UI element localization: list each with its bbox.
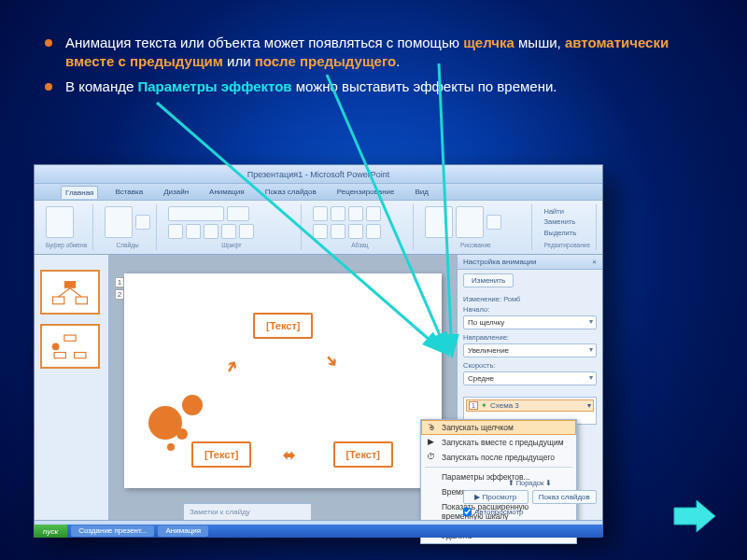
outline-nums: 1 2 — [115, 277, 124, 300]
ribbon-group-paragraph: Абзац — [307, 204, 415, 250]
tab-slideshow[interactable]: Показ слайдов — [261, 186, 320, 198]
preview-button[interactable]: ▶ Просмотр — [463, 490, 529, 504]
bullet-1-hl-click: щелчка — [463, 35, 514, 50]
tab-view[interactable]: Вид — [412, 186, 432, 198]
close-icon[interactable]: × — [592, 258, 597, 266]
slide-thumb-1[interactable] — [40, 270, 100, 315]
tab-insert[interactable]: Вставка — [111, 186, 147, 198]
taskbar-item[interactable]: Создание презент... — [71, 525, 154, 537]
smartart-node-bl[interactable]: [Текст] — [191, 441, 251, 468]
effect-list-item[interactable]: 1✦ Схема 3 ▾ — [466, 399, 594, 412]
play-icon: ▶ — [425, 437, 436, 448]
ribbon-group-slides: Слайды — [99, 204, 157, 250]
thumbnail-panel — [35, 255, 109, 520]
find-button[interactable]: Найти — [543, 206, 590, 217]
windows-taskbar: пуск Создание презент... Анимация — [34, 525, 603, 538]
svg-rect-0 — [64, 281, 76, 288]
bullet-1-text-a: Анимация текста или объекта может появля… — [65, 35, 463, 50]
chevron-down-icon[interactable]: ▾ — [587, 401, 591, 410]
ribbon-tabs: Главная Вставка Дизайн Анимация Показ сл… — [35, 184, 602, 201]
replace-button[interactable]: Заменить — [543, 217, 590, 227]
tab-review[interactable]: Рецензирование — [333, 186, 399, 198]
ctx-start-afterprev[interactable]: ⏱Запускать после предыдущего — [421, 450, 576, 465]
smartart-node-br[interactable]: [Текст] — [333, 441, 393, 468]
task-pane-title: Настройка анимации × — [458, 255, 602, 270]
slide-canvas[interactable]: [Текст] [Текст] [Текст] ➔ ⬌ ➔ — [124, 273, 442, 488]
ribbon: Буфер обмена Слайды Шрифт Абзац Рисовани… — [35, 201, 602, 255]
svg-rect-5 — [75, 352, 86, 357]
tab-home[interactable]: Главная — [61, 186, 98, 199]
ribbon-group-font: Шрифт — [162, 204, 301, 250]
tab-design[interactable]: Дизайн — [160, 186, 192, 198]
smartart-arrow-icon: ⬌ — [283, 446, 295, 464]
powerpoint-window: Презентация1 - Microsoft PowerPoint Глав… — [34, 164, 603, 538]
slide-bullets: Анимация текста или объекта может появля… — [45, 34, 719, 102]
ctx-start-withprev[interactable]: ▶Запускать вместе с предыдущим — [421, 435, 576, 450]
change-effect-button[interactable]: Изменить — [463, 273, 514, 287]
animation-task-pane: Настройка анимации × Изменить Изменение:… — [457, 255, 602, 520]
bullet-1-hl-afterprev: после предыдущего — [255, 53, 396, 69]
clock-icon: ⏱ — [425, 452, 436, 463]
mouse-icon: 🖱 — [426, 423, 437, 434]
bullet-2-hl-params: Параметры эффектов — [137, 78, 291, 94]
svg-rect-4 — [54, 352, 65, 357]
start-dropdown[interactable]: По щелчку — [463, 315, 597, 329]
ribbon-group-clipboard: Буфер обмена — [40, 204, 93, 250]
paste-button[interactable] — [46, 206, 74, 238]
smartart-node-top[interactable]: [Текст] — [253, 313, 313, 339]
select-button[interactable]: Выделить — [543, 228, 590, 238]
window-titlebar: Презентация1 - Microsoft PowerPoint — [35, 165, 602, 184]
new-slide-button[interactable] — [105, 206, 133, 238]
modify-label: Изменение: Ромб — [463, 295, 597, 303]
slide-canvas-area: 1 2 [Текст] [Текст] [Текст] ➔ ⬌ ➔ Заметк… — [109, 255, 457, 520]
start-button[interactable]: пуск — [34, 525, 67, 538]
ctx-start-onclick[interactable]: 🖱Запускать щелчком — [421, 420, 576, 435]
svg-point-6 — [52, 343, 60, 350]
ribbon-group-drawing: Рисование — [419, 204, 532, 250]
effect-star-icon: ✦ — [481, 401, 487, 410]
smartart-arrow-icon: ➔ — [321, 350, 343, 371]
bullet-1: Анимация текста или объекта может появля… — [45, 34, 719, 72]
smartart-arrow-icon: ➔ — [220, 357, 242, 376]
ribbon-group-editing: Найти Заменить Выделить Редактирование — [538, 204, 597, 250]
bullet-2: В команде Параметры эффектов можно выста… — [45, 77, 719, 96]
speed-dropdown[interactable]: Средне — [463, 371, 597, 385]
taskbar-item[interactable]: Анимация — [158, 525, 208, 537]
slide-thumb-2[interactable] — [40, 324, 100, 369]
svg-rect-3 — [64, 335, 76, 341]
svg-rect-1 — [53, 297, 64, 304]
autopreview-checkbox[interactable]: Автопросмотр — [463, 508, 597, 516]
next-slide-button[interactable] — [672, 498, 717, 534]
reorder-label: Порядок — [516, 479, 544, 487]
tab-animation[interactable]: Анимация — [205, 186, 248, 198]
notes-placeholder[interactable]: Заметки к слайду — [184, 503, 311, 520]
svg-rect-2 — [76, 297, 87, 304]
slideshow-button[interactable]: Показ слайдов — [532, 490, 598, 504]
direction-dropdown[interactable]: Увеличение — [463, 343, 597, 357]
